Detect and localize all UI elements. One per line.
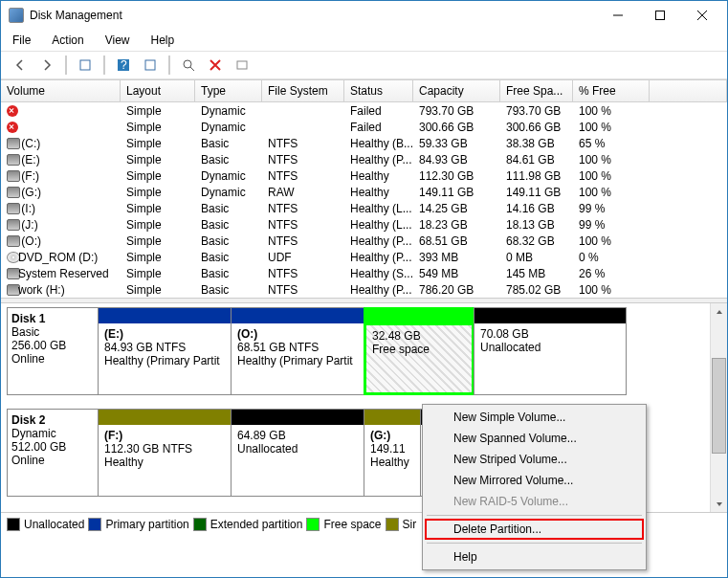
disk-state: Online	[11, 352, 94, 366]
volume-name: System Reserved	[18, 267, 109, 280]
ctx-separator	[427, 543, 642, 544]
volume-name: (J:)	[18, 218, 38, 232]
legend-extended: Extended partition	[210, 518, 303, 531]
disk-partitions: (E:)84.93 GB NTFSHealthy (Primary Partit…	[99, 307, 708, 395]
legend-simple: Sir	[403, 518, 417, 531]
partition[interactable]: (O:)68.51 GB NTFSHealthy (Primary Partit	[231, 307, 364, 395]
partition[interactable]: 32.48 GBFree space	[364, 307, 474, 395]
header-layout[interactable]: Layout	[121, 80, 195, 101]
properties-button[interactable]	[74, 55, 97, 76]
disk-state: Online	[11, 454, 94, 467]
title-bar: Disk Management	[1, 1, 727, 30]
volume-row[interactable]: work (H:)SimpleBasicNTFSHealthy (P...786…	[1, 281, 727, 298]
ctx-new-raid5-volume: New RAID-5 Volume...	[425, 491, 644, 512]
volume-row[interactable]: SimpleDynamicFailed793.70 GB793.70 GB100…	[1, 102, 727, 119]
menu-help[interactable]: Help	[147, 32, 179, 49]
ctx-delete-partition[interactable]: Delete Partition...	[425, 519, 644, 540]
volume-name: (O:)	[18, 234, 41, 248]
close-button[interactable]	[681, 2, 723, 29]
partition[interactable]: (E:)84.93 GB NTFSHealthy (Primary Partit	[98, 307, 232, 395]
minimize-button[interactable]	[597, 2, 639, 29]
volume-name: (C:)	[18, 137, 40, 150]
volume-row[interactable]: DVD_ROM (D:)SimpleBasicUDFHealthy (P...3…	[1, 249, 727, 265]
help-button[interactable]: ?	[112, 55, 135, 76]
disk-size: 512.00 GB	[11, 440, 94, 454]
ctx-help[interactable]: Help	[425, 546, 644, 567]
svg-rect-6	[237, 61, 247, 69]
volume-name: (E:)	[18, 153, 40, 167]
explore-button[interactable]	[177, 55, 200, 76]
volume-row[interactable]: (C:)SimpleBasicNTFSHealthy (B...59.33 GB…	[1, 135, 727, 151]
volume-name: (I:)	[18, 202, 35, 215]
list-button[interactable]	[231, 55, 254, 76]
disk-type: Basic	[11, 325, 94, 339]
ctx-new-spanned-volume[interactable]: New Spanned Volume...	[425, 428, 644, 449]
volume-row[interactable]: SimpleDynamicFailed300.66 GB300.66 GB100…	[1, 119, 727, 135]
legend-swatch-unallocated	[7, 518, 20, 531]
svg-rect-0	[656, 11, 665, 20]
ctx-new-simple-volume[interactable]: New Simple Volume...	[425, 407, 644, 428]
header-free-space[interactable]: Free Spa...	[500, 80, 573, 101]
volume-name: (F:)	[18, 169, 39, 183]
menu-view[interactable]: View	[101, 32, 134, 49]
volume-row[interactable]: System ReservedSimpleBasicNTFSHealthy (S…	[1, 265, 727, 281]
header-type[interactable]: Type	[195, 80, 262, 101]
toolbar: ?	[1, 51, 727, 79]
volume-row[interactable]: (F:)SimpleDynamicNTFSHealthy112.30 GB111…	[1, 167, 727, 184]
toolbar-separator	[103, 56, 105, 75]
delete-button[interactable]	[204, 55, 227, 76]
legend-swatch-primary	[88, 518, 101, 531]
volume-name: (G:)	[18, 186, 41, 199]
app-icon	[9, 8, 24, 23]
legend-swatch-free	[306, 518, 320, 531]
ctx-new-striped-volume[interactable]: New Striped Volume...	[425, 449, 644, 470]
volume-list-header: Volume Layout Type File System Status Ca…	[1, 79, 727, 102]
volume-name: DVD_ROM (D:)	[18, 251, 98, 264]
context-menu: New Simple Volume... New Spanned Volume.…	[422, 404, 647, 570]
volume-row[interactable]: (G:)SimpleDynamicRAWHealthy149.11 GB149.…	[1, 184, 727, 200]
disk-header[interactable]: Disk 1 Basic 256.00 GB Online	[7, 307, 99, 395]
header-capacity[interactable]: Capacity	[413, 80, 500, 101]
volume-list[interactable]: SimpleDynamicFailed793.70 GB793.70 GB100…	[1, 102, 727, 298]
volume-row[interactable]: (E:)SimpleBasicNTFSHealthy (P...84.93 GB…	[1, 151, 727, 167]
volume-name: work (H:)	[18, 283, 65, 297]
legend-free: Free space	[323, 518, 381, 531]
ctx-separator	[427, 515, 642, 516]
disk-scrollbar[interactable]	[710, 303, 727, 512]
header-pct-free[interactable]: % Free	[573, 80, 650, 101]
partition[interactable]: (F:)112.30 GB NTFSHealthy	[98, 409, 232, 497]
legend-swatch-extended	[193, 518, 207, 531]
menu-file[interactable]: File	[9, 32, 34, 49]
volume-row[interactable]: (I:)SimpleBasicNTFSHealthy (L...14.25 GB…	[1, 200, 727, 216]
svg-rect-4	[145, 60, 155, 70]
svg-text:?: ?	[121, 58, 127, 72]
toolbar-separator	[168, 56, 170, 75]
back-button[interactable]	[9, 55, 32, 76]
volume-row[interactable]: (O:)SimpleBasicNTFSHealthy (P...68.51 GB…	[1, 233, 727, 249]
scroll-up-icon[interactable]	[711, 303, 727, 320]
svg-rect-1	[80, 60, 90, 70]
menu-bar: File Action View Help	[1, 30, 727, 51]
window-title: Disk Management	[30, 9, 597, 22]
scroll-down-icon[interactable]	[711, 496, 727, 512]
partition[interactable]: 64.89 GBUnallocated	[231, 409, 364, 497]
header-spacer	[650, 80, 727, 101]
legend-swatch-simple	[386, 518, 399, 531]
menu-action[interactable]: Action	[48, 32, 87, 49]
legend-unallocated: Unallocated	[24, 518, 84, 531]
ctx-new-mirrored-volume[interactable]: New Mirrored Volume...	[425, 470, 644, 491]
volume-row[interactable]: (J:)SimpleBasicNTFSHealthy (L...18.23 GB…	[1, 216, 727, 233]
partition[interactable]: 70.08 GBUnallocated	[474, 307, 627, 395]
header-file-system[interactable]: File System	[262, 80, 344, 101]
disk-type: Dynamic	[11, 427, 94, 440]
partition[interactable]: (G:)149.11Healthy	[364, 409, 421, 497]
maximize-button[interactable]	[639, 2, 681, 29]
disk-title: Disk 2	[11, 413, 94, 427]
header-status[interactable]: Status	[344, 80, 413, 101]
disk-header[interactable]: Disk 2 Dynamic 512.00 GB Online	[7, 409, 99, 497]
refresh-button[interactable]	[139, 55, 162, 76]
forward-button[interactable]	[35, 55, 58, 76]
header-volume[interactable]: Volume	[1, 80, 121, 101]
disk-row: Disk 1 Basic 256.00 GB Online (E:)84.93 …	[7, 307, 708, 395]
disk-title: Disk 1	[11, 312, 94, 325]
